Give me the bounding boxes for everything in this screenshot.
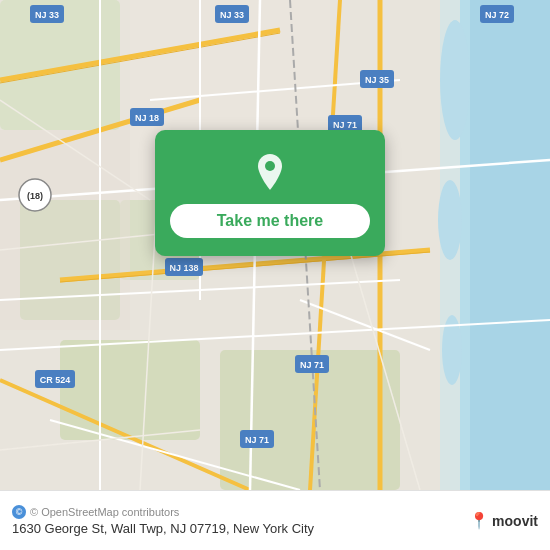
svg-rect-1 [460, 0, 550, 490]
svg-text:NJ 138: NJ 138 [169, 263, 198, 273]
location-pin-icon [248, 150, 292, 194]
svg-text:NJ 33: NJ 33 [220, 10, 244, 20]
moovit-pin-icon: 📍 [469, 511, 489, 530]
svg-text:NJ 18: NJ 18 [135, 113, 159, 123]
svg-point-3 [440, 20, 470, 140]
svg-text:NJ 71: NJ 71 [245, 435, 269, 445]
svg-text:NJ 71: NJ 71 [300, 360, 324, 370]
address-text: 1630 George St, Wall Twp, NJ 07719, New … [12, 521, 314, 536]
svg-text:NJ 71: NJ 71 [333, 120, 357, 130]
svg-text:CR 524: CR 524 [40, 375, 71, 385]
osm-icon: © [12, 505, 26, 519]
take-me-there-button[interactable]: Take me there [170, 204, 370, 238]
copyright-text: © OpenStreetMap contributors [30, 506, 179, 518]
bottom-bar: © © OpenStreetMap contributors 1630 Geor… [0, 490, 550, 550]
svg-text:NJ 35: NJ 35 [365, 75, 389, 85]
svg-point-4 [438, 180, 462, 260]
svg-text:NJ 72: NJ 72 [485, 10, 509, 20]
popup-card: Take me there [155, 130, 385, 256]
svg-point-58 [265, 161, 275, 171]
moovit-logo: 📍 moovit [469, 511, 538, 530]
svg-text:(18): (18) [27, 191, 43, 201]
svg-rect-8 [60, 340, 200, 440]
map-container: NJ 33 NJ 33 NJ 72 NJ 35 NJ 18 (18) NJ 71… [0, 0, 550, 490]
svg-text:NJ 33: NJ 33 [35, 10, 59, 20]
moovit-logo-text: moovit [492, 513, 538, 529]
